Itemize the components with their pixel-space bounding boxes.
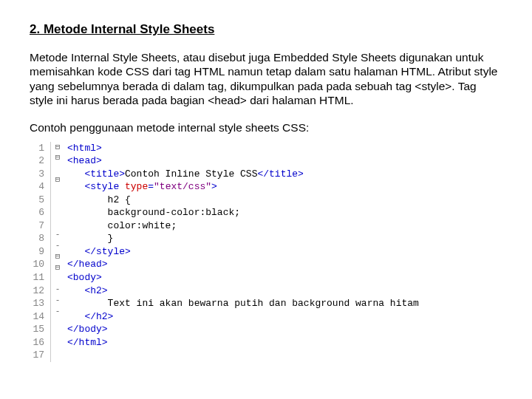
fold-marker[interactable]: - (52, 229, 63, 240)
line-number: 10 (30, 258, 44, 271)
code-line: </html> (67, 336, 419, 349)
code-line: <style type="text/css"> (67, 180, 419, 194)
code-line: background-color:black; (67, 206, 419, 219)
fold-marker (52, 208, 63, 219)
line-number: 16 (30, 336, 44, 349)
line-number: 2 (30, 154, 44, 168)
fold-marker[interactable]: - (52, 306, 63, 317)
fold-marker (52, 185, 63, 197)
line-number: 8 (30, 232, 44, 245)
fold-marker[interactable]: ⊟ (52, 142, 63, 153)
line-number: 4 (30, 180, 44, 194)
fold-marker[interactable]: - (52, 284, 63, 295)
code-content: <html><head> <title>Contoh Inline Style … (63, 142, 419, 362)
section-paragraph: Metode Internal Style Sheets, atau diseb… (30, 50, 502, 108)
code-line: </h2> (67, 310, 419, 324)
line-number: 3 (30, 168, 44, 181)
fold-marker (52, 163, 63, 174)
line-number-gutter: 1234567891011121314151617 (30, 142, 51, 362)
line-number: 7 (30, 219, 44, 233)
section-heading: 2. Metode Internal Style Sheets (30, 22, 502, 37)
line-number: 14 (30, 310, 44, 324)
code-line (67, 349, 419, 362)
line-number: 12 (30, 284, 44, 298)
fold-marker[interactable]: ⊟ (52, 262, 63, 273)
line-number: 5 (30, 194, 44, 207)
code-line: h2 { (67, 194, 419, 207)
fold-marker[interactable]: ⊟ (52, 251, 63, 262)
code-line: color:white; (67, 219, 419, 233)
fold-marker (52, 218, 63, 229)
line-number: 9 (30, 245, 44, 259)
example-label: Contoh penggunaan metode internal style … (30, 121, 502, 134)
fold-marker[interactable]: - (52, 295, 63, 306)
line-number: 15 (30, 323, 44, 336)
fold-marker (52, 273, 63, 284)
code-line: </head> (67, 258, 419, 271)
fold-marker (52, 197, 63, 208)
line-number: 11 (30, 271, 44, 284)
code-line: <title>Contoh Inline Style CSS</title> (67, 168, 419, 181)
code-line: <h2> (67, 284, 419, 298)
line-number: 1 (30, 142, 44, 155)
line-number: 13 (30, 297, 44, 310)
fold-marker (52, 317, 63, 328)
code-line: <body> (67, 271, 419, 284)
fold-column: ⊟⊟⊟--⊟⊟--- (51, 142, 63, 362)
fold-marker[interactable]: ⊟ (52, 152, 63, 163)
fold-marker[interactable]: - (52, 240, 63, 251)
code-line: Text ini akan bewarna putih dan backgrou… (67, 297, 419, 310)
line-number: 6 (30, 206, 44, 219)
code-line: <html> (67, 142, 419, 155)
code-line: </style> (67, 245, 419, 259)
code-line: } (67, 232, 419, 245)
fold-marker[interactable]: ⊟ (52, 174, 63, 185)
code-editor: 1234567891011121314151617 ⊟⊟⊟--⊟⊟--- <ht… (30, 142, 502, 362)
code-line: </body> (67, 323, 419, 336)
code-line: <head> (67, 154, 419, 168)
line-number: 17 (30, 349, 44, 362)
